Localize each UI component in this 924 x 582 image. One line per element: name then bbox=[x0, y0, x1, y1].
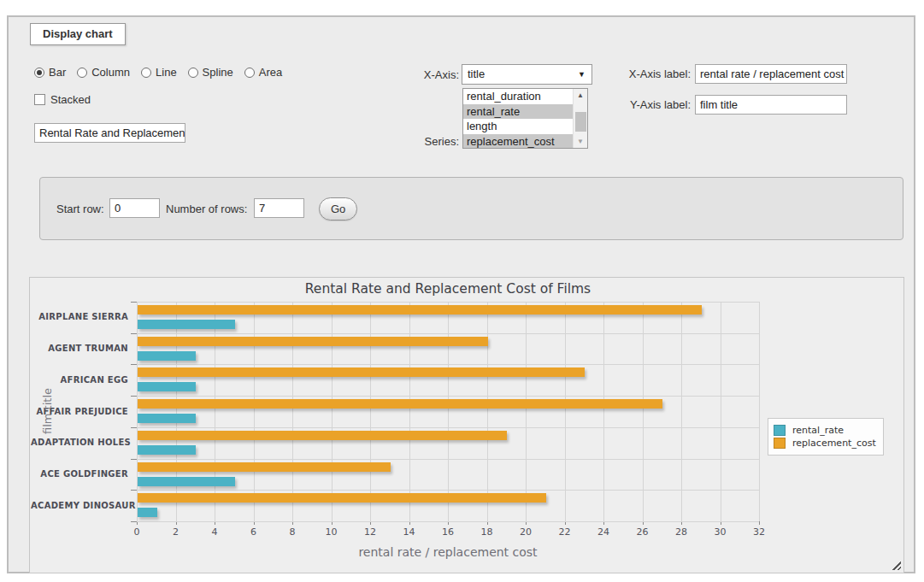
legend-item-replacement_cost: replacement_cost bbox=[774, 438, 876, 449]
grid-line-horizontal bbox=[137, 490, 759, 491]
radio-icon[interactable] bbox=[34, 68, 44, 78]
radio-label: Line bbox=[156, 66, 177, 79]
series-label: Series: bbox=[402, 135, 459, 148]
bar-replacement_cost bbox=[138, 305, 702, 315]
x-axis-select-value: title bbox=[468, 68, 485, 80]
x-tick-label: 4 bbox=[197, 526, 232, 538]
y-axis-tick bbox=[131, 521, 137, 522]
grid-line-vertical bbox=[370, 302, 371, 521]
category-label: AGENT TRUMAN bbox=[31, 344, 128, 353]
grid-line-horizontal bbox=[137, 427, 759, 428]
y-axis-title: film title bbox=[41, 388, 54, 434]
chart-type-radio-bar[interactable]: Bar bbox=[34, 66, 66, 79]
x-axis-title: rental rate / replacement cost bbox=[137, 545, 759, 559]
x-tick-label: 16 bbox=[431, 526, 465, 538]
grid-line-vertical bbox=[526, 302, 527, 521]
number-of-rows-label: Number of rows: bbox=[166, 203, 247, 215]
chart-type-radio-line[interactable]: Line bbox=[141, 66, 177, 79]
series-option-rental_rate[interactable]: rental_rate bbox=[463, 104, 573, 120]
x-tick-label: 8 bbox=[275, 526, 309, 538]
category-label: ACADEMY DINOSAUR bbox=[31, 501, 128, 510]
x-axis-select-label: X-Axis: bbox=[402, 68, 459, 81]
radio-label: Area bbox=[259, 66, 282, 79]
grid-line-vertical bbox=[643, 302, 644, 521]
y-axis-tick bbox=[131, 459, 137, 460]
y-axis-label-input[interactable]: film title bbox=[695, 95, 847, 115]
start-row-label: Start row: bbox=[56, 203, 104, 215]
grid-line-vertical bbox=[603, 302, 604, 521]
x-axis-select[interactable]: title ▼ bbox=[462, 64, 592, 85]
display-chart-panel: Display chart BarColumnLineSplineArea St… bbox=[7, 15, 915, 573]
x-tick-label: 26 bbox=[626, 526, 660, 538]
grid-line-vertical bbox=[215, 302, 215, 521]
legend-label: rental_rate bbox=[792, 425, 844, 436]
y-axis-tick bbox=[131, 364, 137, 365]
bar-replacement_cost bbox=[138, 493, 546, 503]
chart-container: Rental Rate and Replacement Cost of Film… bbox=[29, 277, 904, 573]
series-options: rental_durationrental_ratelengthreplacem… bbox=[463, 89, 573, 149]
grid-line-vertical bbox=[332, 302, 333, 521]
bar-replacement_cost bbox=[138, 367, 585, 377]
radio-icon[interactable] bbox=[77, 68, 87, 78]
x-tick-label: 14 bbox=[392, 526, 427, 538]
x-axis-tick bbox=[759, 521, 760, 525]
legend-swatch-icon bbox=[774, 438, 786, 449]
x-tick-label: 28 bbox=[664, 526, 698, 538]
bar-rental_rate bbox=[138, 382, 196, 391]
series-option-length[interactable]: length bbox=[463, 119, 573, 134]
resize-handle-icon[interactable] bbox=[892, 561, 901, 570]
x-tick-label: 20 bbox=[509, 526, 543, 538]
grid-line-horizontal bbox=[137, 364, 759, 365]
radio-label: Column bbox=[91, 66, 130, 79]
grid-line-horizontal bbox=[137, 302, 759, 303]
chart-type-radio-spline[interactable]: Spline bbox=[188, 66, 233, 79]
scroll-up-icon[interactable]: ▲ bbox=[574, 89, 587, 102]
series-option-rental_duration[interactable]: rental_duration bbox=[463, 89, 573, 104]
y-axis-tick bbox=[131, 396, 137, 397]
x-tick-label: 22 bbox=[548, 526, 582, 538]
grid-line-vertical bbox=[565, 302, 566, 521]
scrollbar-thumb[interactable] bbox=[575, 112, 586, 132]
x-tick-label: 32 bbox=[742, 526, 776, 538]
listbox-scrollbar[interactable]: ▲ ▼ bbox=[573, 89, 587, 148]
grid-line-vertical bbox=[448, 302, 449, 521]
grid-line-vertical bbox=[409, 302, 410, 521]
chart-legend: rental_ratereplacement_cost bbox=[768, 418, 884, 456]
bar-replacement_cost bbox=[138, 462, 391, 472]
grid-line-vertical bbox=[137, 302, 138, 521]
start-row-input[interactable]: 0 bbox=[109, 198, 160, 218]
radio-label: Spline bbox=[203, 66, 233, 79]
grid-line-vertical bbox=[681, 302, 682, 521]
legend-item-rental_rate: rental_rate bbox=[774, 425, 876, 436]
x-tick-label: 2 bbox=[159, 526, 193, 538]
go-button[interactable]: Go bbox=[319, 197, 357, 220]
grid-line-horizontal bbox=[137, 521, 759, 522]
grid-line-horizontal bbox=[137, 459, 759, 460]
y-axis-tick bbox=[131, 302, 137, 303]
grid-line-vertical bbox=[759, 302, 760, 521]
panel-title: Display chart bbox=[30, 23, 126, 45]
stacked-checkbox[interactable] bbox=[34, 94, 45, 105]
x-axis-label-input[interactable]: rental rate / replacement cost bbox=[695, 64, 847, 84]
grid-line-horizontal bbox=[137, 396, 759, 397]
scroll-down-icon[interactable]: ▼ bbox=[574, 135, 587, 148]
chart-type-radio-group: BarColumnLineSplineArea bbox=[34, 66, 293, 79]
radio-icon[interactable] bbox=[244, 68, 255, 78]
number-of-rows-input[interactable]: 7 bbox=[254, 198, 304, 218]
bar-replacement_cost bbox=[138, 399, 662, 409]
radio-icon[interactable] bbox=[188, 68, 198, 78]
x-tick-label: 10 bbox=[315, 526, 349, 538]
y-axis-label-label: Y-Axis label: bbox=[607, 98, 691, 111]
radio-icon[interactable] bbox=[141, 68, 151, 78]
stacked-checkbox-row: Stacked bbox=[34, 93, 91, 106]
series-listbox[interactable]: rental_durationrental_ratelengthreplacem… bbox=[462, 88, 588, 149]
chart-title: Rental Rate and Replacement Cost of Film… bbox=[137, 281, 759, 297]
series-option-replacement_cost[interactable]: replacement_cost bbox=[463, 134, 573, 150]
y-axis-tick bbox=[131, 490, 137, 491]
chart-title-input[interactable]: Rental Rate and Replacement Cost of Film… bbox=[34, 123, 185, 143]
category-label: AFRICAN EGG bbox=[31, 375, 128, 385]
chart-type-radio-area[interactable]: Area bbox=[244, 66, 282, 79]
category-label: ADAPTATION HOLES bbox=[31, 438, 128, 447]
bar-rental_rate bbox=[138, 351, 196, 361]
chart-type-radio-column[interactable]: Column bbox=[77, 66, 130, 79]
